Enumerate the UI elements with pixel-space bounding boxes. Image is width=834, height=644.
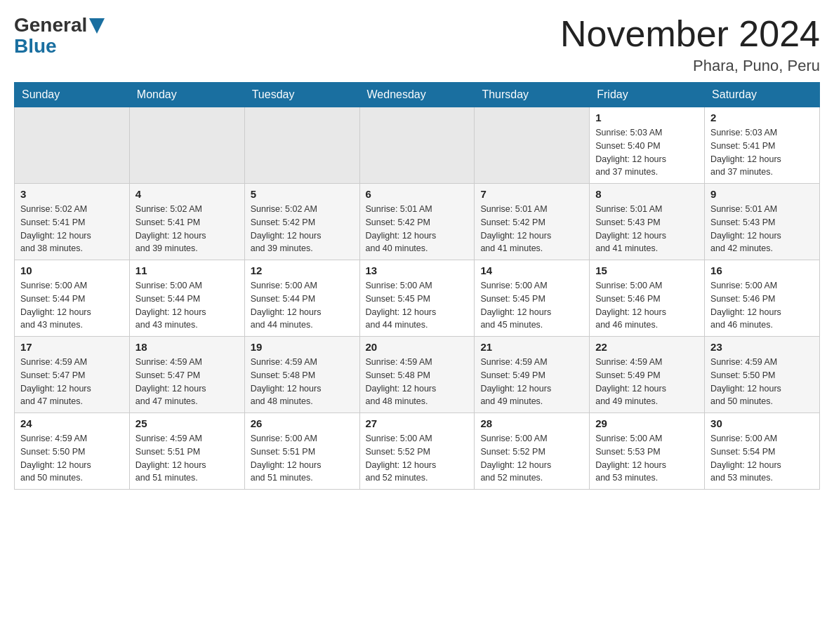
day-number: 19 bbox=[251, 341, 354, 353]
calendar-cell: 5Sunrise: 5:02 AM Sunset: 5:42 PM Daylig… bbox=[244, 184, 359, 260]
calendar-cell: 14Sunrise: 5:00 AM Sunset: 5:45 PM Dayli… bbox=[475, 260, 590, 337]
calendar-cell: 29Sunrise: 5:00 AM Sunset: 5:53 PM Dayli… bbox=[590, 413, 705, 490]
calendar-table: SundayMondayTuesdayWednesdayThursdayFrid… bbox=[14, 82, 820, 490]
day-info: Sunrise: 4:59 AM Sunset: 5:47 PM Dayligh… bbox=[135, 356, 239, 408]
day-number: 8 bbox=[595, 188, 699, 200]
day-number: 6 bbox=[366, 188, 469, 200]
calendar-cell bbox=[475, 107, 590, 184]
logo-general: General bbox=[14, 14, 87, 36]
calendar-cell: 25Sunrise: 4:59 AM Sunset: 5:51 PM Dayli… bbox=[129, 413, 244, 490]
page-header: General Blue November 2024 Phara, Puno, … bbox=[14, 14, 820, 75]
day-info: Sunrise: 5:02 AM Sunset: 5:41 PM Dayligh… bbox=[20, 203, 124, 255]
day-info: Sunrise: 5:00 AM Sunset: 5:51 PM Dayligh… bbox=[251, 432, 354, 485]
day-number: 4 bbox=[135, 188, 239, 200]
day-number: 16 bbox=[710, 264, 814, 276]
day-info: Sunrise: 5:02 AM Sunset: 5:41 PM Dayligh… bbox=[135, 203, 239, 255]
day-number: 30 bbox=[710, 417, 814, 429]
day-info: Sunrise: 5:00 AM Sunset: 5:46 PM Dayligh… bbox=[710, 279, 814, 332]
calendar-cell: 6Sunrise: 5:01 AM Sunset: 5:42 PM Daylig… bbox=[359, 184, 475, 260]
calendar-cell bbox=[244, 107, 359, 184]
day-number: 7 bbox=[480, 188, 583, 200]
calendar-cell bbox=[129, 107, 244, 184]
calendar-week-row: 3Sunrise: 5:02 AM Sunset: 5:41 PM Daylig… bbox=[15, 184, 820, 260]
calendar-cell: 21Sunrise: 4:59 AM Sunset: 5:49 PM Dayli… bbox=[475, 337, 590, 413]
day-number: 23 bbox=[710, 341, 814, 353]
day-info: Sunrise: 5:00 AM Sunset: 5:52 PM Dayligh… bbox=[480, 432, 583, 485]
day-number: 20 bbox=[366, 341, 469, 353]
calendar-cell: 22Sunrise: 4:59 AM Sunset: 5:49 PM Dayli… bbox=[590, 337, 705, 413]
day-info: Sunrise: 5:00 AM Sunset: 5:53 PM Dayligh… bbox=[595, 432, 699, 485]
calendar-cell: 18Sunrise: 4:59 AM Sunset: 5:47 PM Dayli… bbox=[129, 337, 244, 413]
day-number: 21 bbox=[480, 341, 583, 353]
calendar-week-row: 10Sunrise: 5:00 AM Sunset: 5:44 PM Dayli… bbox=[15, 260, 820, 337]
day-number: 27 bbox=[366, 417, 469, 429]
day-number: 12 bbox=[251, 264, 354, 276]
logo: General Blue bbox=[14, 14, 105, 58]
calendar-cell: 3Sunrise: 5:02 AM Sunset: 5:41 PM Daylig… bbox=[15, 184, 130, 260]
calendar-header-row: SundayMondayTuesdayWednesdayThursdayFrid… bbox=[15, 83, 820, 107]
calendar-cell: 24Sunrise: 4:59 AM Sunset: 5:50 PM Dayli… bbox=[15, 413, 130, 490]
day-number: 14 bbox=[480, 264, 583, 276]
day-number: 29 bbox=[595, 417, 699, 429]
calendar-week-row: 24Sunrise: 4:59 AM Sunset: 5:50 PM Dayli… bbox=[15, 413, 820, 490]
calendar-cell: 19Sunrise: 4:59 AM Sunset: 5:48 PM Dayli… bbox=[244, 337, 359, 413]
day-info: Sunrise: 4:59 AM Sunset: 5:49 PM Dayligh… bbox=[595, 356, 699, 408]
calendar-cell: 13Sunrise: 5:00 AM Sunset: 5:45 PM Dayli… bbox=[359, 260, 475, 337]
day-number: 24 bbox=[20, 417, 124, 429]
day-number: 10 bbox=[20, 264, 124, 276]
calendar-cell: 2Sunrise: 5:03 AM Sunset: 5:41 PM Daylig… bbox=[705, 107, 820, 184]
calendar-week-row: 17Sunrise: 4:59 AM Sunset: 5:47 PM Dayli… bbox=[15, 337, 820, 413]
calendar-cell: 4Sunrise: 5:02 AM Sunset: 5:41 PM Daylig… bbox=[129, 184, 244, 260]
calendar-header-sunday: Sunday bbox=[15, 83, 130, 107]
calendar-header-thursday: Thursday bbox=[475, 83, 590, 107]
day-info: Sunrise: 5:00 AM Sunset: 5:44 PM Dayligh… bbox=[135, 279, 239, 332]
calendar-cell: 17Sunrise: 4:59 AM Sunset: 5:47 PM Dayli… bbox=[15, 337, 130, 413]
day-info: Sunrise: 5:00 AM Sunset: 5:54 PM Dayligh… bbox=[710, 432, 814, 485]
day-info: Sunrise: 5:00 AM Sunset: 5:44 PM Dayligh… bbox=[20, 279, 124, 332]
svg-marker-0 bbox=[89, 18, 105, 34]
calendar-header-tuesday: Tuesday bbox=[244, 83, 359, 107]
calendar-cell: 16Sunrise: 5:00 AM Sunset: 5:46 PM Dayli… bbox=[705, 260, 820, 337]
day-number: 13 bbox=[366, 264, 469, 276]
calendar-week-row: 1Sunrise: 5:03 AM Sunset: 5:40 PM Daylig… bbox=[15, 107, 820, 184]
day-info: Sunrise: 5:00 AM Sunset: 5:45 PM Dayligh… bbox=[480, 279, 583, 332]
day-info: Sunrise: 4:59 AM Sunset: 5:47 PM Dayligh… bbox=[20, 356, 124, 408]
day-info: Sunrise: 5:03 AM Sunset: 5:40 PM Dayligh… bbox=[595, 126, 699, 179]
subtitle: Phara, Puno, Peru bbox=[560, 57, 820, 75]
calendar-cell: 15Sunrise: 5:00 AM Sunset: 5:46 PM Dayli… bbox=[590, 260, 705, 337]
main-title: November 2024 bbox=[560, 14, 820, 54]
day-info: Sunrise: 5:00 AM Sunset: 5:45 PM Dayligh… bbox=[366, 279, 469, 332]
calendar-header-wednesday: Wednesday bbox=[359, 83, 475, 107]
calendar-cell: 26Sunrise: 5:00 AM Sunset: 5:51 PM Dayli… bbox=[244, 413, 359, 490]
day-info: Sunrise: 5:03 AM Sunset: 5:41 PM Dayligh… bbox=[710, 126, 814, 179]
calendar-cell: 9Sunrise: 5:01 AM Sunset: 5:43 PM Daylig… bbox=[705, 184, 820, 260]
day-info: Sunrise: 5:00 AM Sunset: 5:44 PM Dayligh… bbox=[251, 279, 354, 332]
calendar-cell: 20Sunrise: 4:59 AM Sunset: 5:48 PM Dayli… bbox=[359, 337, 475, 413]
calendar-header-monday: Monday bbox=[129, 83, 244, 107]
day-info: Sunrise: 4:59 AM Sunset: 5:50 PM Dayligh… bbox=[710, 356, 814, 408]
day-info: Sunrise: 4:59 AM Sunset: 5:51 PM Dayligh… bbox=[135, 432, 239, 485]
day-number: 1 bbox=[595, 112, 699, 123]
day-number: 25 bbox=[135, 417, 239, 429]
calendar-cell: 27Sunrise: 5:00 AM Sunset: 5:52 PM Dayli… bbox=[359, 413, 475, 490]
day-info: Sunrise: 5:00 AM Sunset: 5:46 PM Dayligh… bbox=[595, 279, 699, 332]
calendar-cell: 12Sunrise: 5:00 AM Sunset: 5:44 PM Dayli… bbox=[244, 260, 359, 337]
calendar-cell: 23Sunrise: 4:59 AM Sunset: 5:50 PM Dayli… bbox=[705, 337, 820, 413]
day-info: Sunrise: 5:01 AM Sunset: 5:43 PM Dayligh… bbox=[710, 203, 814, 255]
day-number: 15 bbox=[595, 264, 699, 276]
calendar-cell: 30Sunrise: 5:00 AM Sunset: 5:54 PM Dayli… bbox=[705, 413, 820, 490]
day-number: 2 bbox=[710, 112, 814, 123]
calendar-cell bbox=[15, 107, 130, 184]
day-number: 28 bbox=[480, 417, 583, 429]
calendar-cell: 28Sunrise: 5:00 AM Sunset: 5:52 PM Dayli… bbox=[475, 413, 590, 490]
calendar-cell: 10Sunrise: 5:00 AM Sunset: 5:44 PM Dayli… bbox=[15, 260, 130, 337]
day-number: 3 bbox=[20, 188, 124, 200]
day-number: 9 bbox=[710, 188, 814, 200]
calendar-header-saturday: Saturday bbox=[705, 83, 820, 107]
calendar-cell: 7Sunrise: 5:01 AM Sunset: 5:42 PM Daylig… bbox=[475, 184, 590, 260]
day-info: Sunrise: 5:02 AM Sunset: 5:42 PM Dayligh… bbox=[251, 203, 354, 255]
logo-arrow-icon bbox=[89, 18, 105, 34]
day-info: Sunrise: 4:59 AM Sunset: 5:50 PM Dayligh… bbox=[20, 432, 124, 485]
calendar-cell: 8Sunrise: 5:01 AM Sunset: 5:43 PM Daylig… bbox=[590, 184, 705, 260]
day-number: 17 bbox=[20, 341, 124, 353]
